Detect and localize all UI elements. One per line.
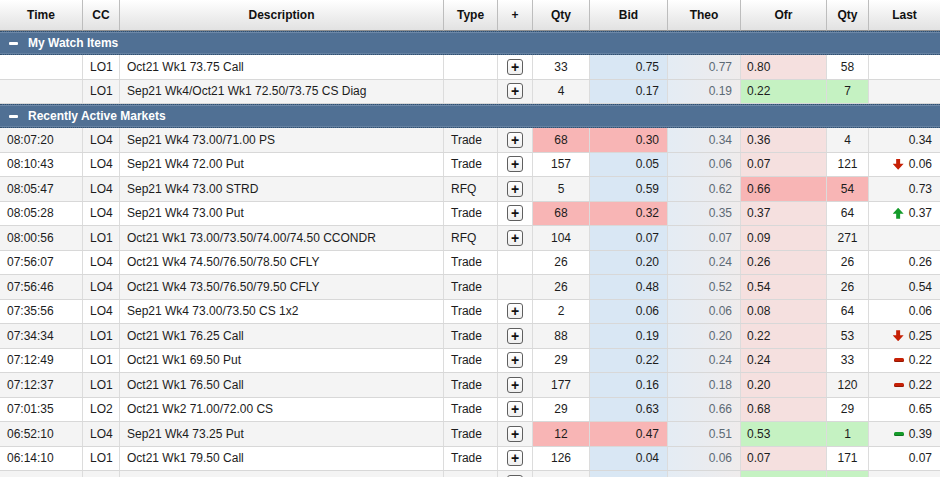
cell-qty_bid[interactable]: 33 [533, 55, 590, 79]
expand-plus-button[interactable]: + [507, 328, 523, 344]
cell-qty_bid[interactable]: 12 [533, 422, 590, 446]
cell-ofr[interactable]: 0.66 [741, 177, 827, 201]
cell-plus[interactable]: + [498, 447, 533, 471]
expand-plus-button[interactable]: + [507, 132, 523, 148]
cell-qty_ofr[interactable]: 54 [827, 177, 869, 201]
cell-bid[interactable]: 0.19 [590, 324, 668, 348]
cell-plus[interactable]: + [498, 324, 533, 348]
cell-last[interactable]: 0.73 [869, 177, 940, 201]
cell-ofr[interactable]: 0.09 [741, 226, 827, 250]
cell-last[interactable] [869, 226, 940, 250]
cell-ofr[interactable]: 0.22 [741, 324, 827, 348]
cell-qty_ofr[interactable]: 26 [827, 275, 869, 299]
cell-bid[interactable]: 0.07 [590, 226, 668, 250]
table-row[interactable]: 06:14:10LO1Oct21 Wk1 79.50 CallTrade+126… [0, 447, 940, 472]
expand-plus-button[interactable]: + [507, 401, 523, 417]
table-row[interactable]: 07:56:07LO4Oct21 Wk4 74.50/76.50/78.50 C… [0, 251, 940, 276]
cell-theo[interactable]: 0.24 [668, 349, 741, 373]
cell-last[interactable]: 0.25 [869, 324, 940, 348]
cell-time[interactable]: 08:07:20 [0, 128, 83, 152]
cell-theo[interactable]: 0.51 [668, 422, 741, 446]
cell-type[interactable]: Trade [444, 300, 498, 324]
cell-cc[interactable]: LO4 [83, 422, 120, 446]
cell-theo[interactable]: 0.66 [668, 398, 741, 422]
cell-last[interactable]: 0.39 [869, 422, 940, 446]
cell-time[interactable]: 08:05:47 [0, 177, 83, 201]
cell-last[interactable] [869, 471, 940, 477]
expand-plus-button[interactable]: + [507, 352, 523, 368]
cell-time[interactable] [0, 55, 83, 79]
cell-ofr[interactable]: 0.26 [741, 251, 827, 275]
cell-qty_bid[interactable]: 126 [533, 447, 590, 471]
cell-qty_ofr[interactable]: 53 [827, 324, 869, 348]
cell-bid[interactable]: 0.63 [590, 398, 668, 422]
cell-bid[interactable]: 0.48 [590, 275, 668, 299]
cell-bid[interactable]: 0.04 [590, 447, 668, 471]
cell-qty_ofr[interactable]: 26 [827, 251, 869, 275]
cell-qty_bid[interactable]: 2 [533, 300, 590, 324]
cell-time[interactable]: 08:10:43 [0, 153, 83, 177]
cell-qty_ofr[interactable]: 120 [827, 373, 869, 397]
cell-bid[interactable]: 0.06 [590, 300, 668, 324]
cell-last[interactable]: 0.07 [869, 447, 940, 471]
cell-type[interactable]: Trade [444, 349, 498, 373]
collapse-minus-icon[interactable] [9, 42, 18, 45]
column-header-theo[interactable]: Theo [668, 0, 741, 31]
table-row[interactable]: 07:01:35LO2Oct21 Wk2 71.00/72.00 CSTrade… [0, 398, 940, 423]
cell-qty_bid[interactable]: 177 [533, 373, 590, 397]
cell-time[interactable]: 07:35:56 [0, 300, 83, 324]
cell-type[interactable]: Trade [444, 275, 498, 299]
cell-time[interactable]: 07:01:35 [0, 398, 83, 422]
cell-ofr[interactable]: 0.08 [741, 300, 827, 324]
cell-description[interactable]: Sep21 Wk4 73.00 Put [120, 202, 444, 226]
expand-plus-button[interactable]: + [507, 230, 523, 246]
cell-time[interactable]: 08:00:56 [0, 226, 83, 250]
table-row[interactable]: LO1Sep21 Wk4/Oct21 Wk1 72.50/73.75 CS Di… [0, 80, 940, 105]
cell-qty_bid[interactable] [533, 471, 590, 477]
cell-last[interactable]: 0.54 [869, 275, 940, 299]
cell-type[interactable]: Trade [444, 398, 498, 422]
cell-cc[interactable] [83, 471, 120, 477]
cell-qty_ofr[interactable]: 29 [827, 398, 869, 422]
cell-plus[interactable] [498, 275, 533, 299]
cell-plus[interactable]: + [498, 153, 533, 177]
cell-theo[interactable]: 0.20 [668, 324, 741, 348]
cell-type[interactable]: Trade [444, 447, 498, 471]
column-header-bid[interactable]: Bid [590, 0, 668, 31]
cell-cc[interactable]: LO4 [83, 128, 120, 152]
cell-theo[interactable]: 0.06 [668, 300, 741, 324]
cell-plus[interactable] [498, 251, 533, 275]
column-header-type[interactable]: Type [444, 0, 498, 31]
cell-last[interactable]: 0.65 [869, 398, 940, 422]
cell-ofr[interactable]: 0.68 [741, 398, 827, 422]
cell-cc[interactable]: LO4 [83, 275, 120, 299]
column-header-cc[interactable]: CC [83, 0, 120, 31]
cell-time[interactable]: 07:12:49 [0, 349, 83, 373]
column-header-last[interactable]: Last [869, 0, 940, 31]
expand-plus-button[interactable] [507, 475, 523, 477]
cell-time[interactable]: 07:56:07 [0, 251, 83, 275]
cell-qty_ofr[interactable]: 4 [827, 128, 869, 152]
cell-last[interactable]: 0.06 [869, 300, 940, 324]
collapse-minus-icon[interactable] [9, 115, 18, 118]
cell-theo[interactable]: 0.07 [668, 226, 741, 250]
cell-plus[interactable]: + [498, 422, 533, 446]
cell-qty_bid[interactable]: 29 [533, 349, 590, 373]
cell-qty_ofr[interactable]: 271 [827, 226, 869, 250]
table-row[interactable]: 07:12:37LO1Oct21 Wk1 76.50 CallTrade+177… [0, 373, 940, 398]
cell-ofr[interactable]: 0.53 [741, 422, 827, 446]
cell-description[interactable]: Oct21 Wk4 73.50/76.50/79.50 CFLY [120, 275, 444, 299]
cell-theo[interactable]: 0.18 [668, 373, 741, 397]
cell-cc[interactable]: LO1 [83, 447, 120, 471]
cell-bid[interactable]: 0.17 [590, 80, 668, 104]
expand-plus-button[interactable]: + [507, 450, 523, 466]
cell-description[interactable]: Sep21 Wk4 73.00/73.50 CS 1x2 [120, 300, 444, 324]
cell-ofr[interactable]: 0.07 [741, 153, 827, 177]
cell-bid[interactable]: 0.05 [590, 153, 668, 177]
cell-qty_bid[interactable]: 88 [533, 324, 590, 348]
cell-ofr[interactable]: 0.37 [741, 202, 827, 226]
cell-type[interactable]: Trade [444, 251, 498, 275]
table-row[interactable]: 07:34:34LO1Oct21 Wk1 76.25 CallTrade+880… [0, 324, 940, 349]
cell-time[interactable]: 07:34:34 [0, 324, 83, 348]
cell-theo[interactable]: 0.24 [668, 251, 741, 275]
